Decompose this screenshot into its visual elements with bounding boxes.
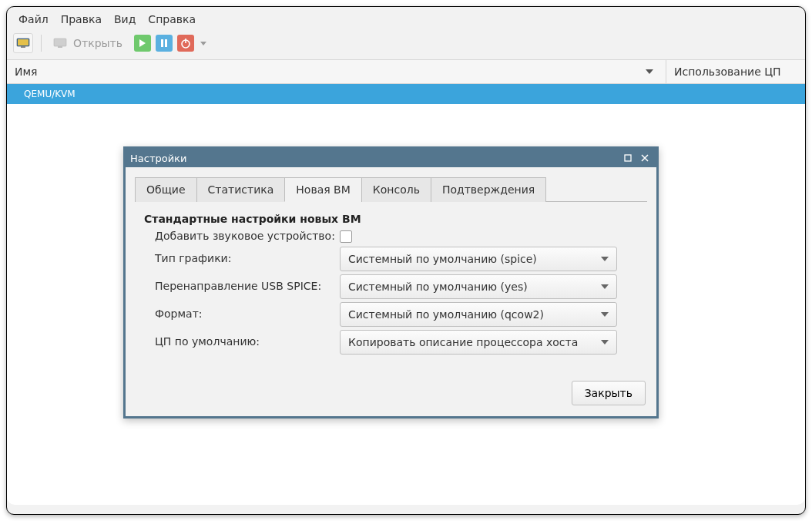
dialog-title: Настройки bbox=[130, 153, 186, 164]
tab-stats[interactable]: Статистика bbox=[196, 177, 286, 202]
run-button[interactable] bbox=[134, 35, 151, 52]
menu-file[interactable]: Файл bbox=[13, 12, 54, 27]
usb-value: Системный по умолчанию (yes) bbox=[348, 281, 528, 293]
dialog-close-button[interactable] bbox=[638, 151, 652, 165]
close-button[interactable]: Закрыть bbox=[572, 381, 646, 405]
section-title: Стандартные настройки новых ВМ bbox=[143, 213, 639, 225]
columns-header: Имя Использование ЦП bbox=[7, 59, 805, 84]
tab-general[interactable]: Общие bbox=[135, 177, 197, 202]
chevron-down-icon bbox=[601, 257, 609, 261]
svg-rect-1 bbox=[18, 39, 29, 45]
graphics-value: Системный по умолчанию (spice) bbox=[348, 253, 537, 265]
format-label: Формат: bbox=[155, 308, 340, 321]
chevron-down-icon bbox=[601, 284, 609, 289]
svg-rect-8 bbox=[185, 39, 186, 43]
svg-rect-2 bbox=[21, 46, 25, 48]
dialog-titlebar[interactable]: Настройки bbox=[126, 149, 656, 167]
graphics-label: Тип графики: bbox=[155, 252, 340, 266]
cpu-combo[interactable]: Копировать описание процессора хоста bbox=[340, 330, 617, 355]
column-cpu[interactable]: Использование ЦП bbox=[666, 60, 805, 83]
open-label: Открыть bbox=[73, 37, 122, 49]
power-icon bbox=[180, 38, 191, 49]
sort-indicator-icon bbox=[646, 69, 653, 74]
row-storage-format: Формат: Системный по умолчанию (qcow2) bbox=[143, 302, 639, 327]
tab-new-vm[interactable]: Новая ВМ bbox=[284, 177, 361, 202]
tab-console[interactable]: Консоль bbox=[361, 177, 431, 202]
svg-rect-3 bbox=[54, 39, 66, 46]
dialog-actions: Закрыть bbox=[126, 371, 656, 416]
usb-combo[interactable]: Системный по умолчанию (yes) bbox=[340, 274, 617, 299]
dialog-maximize-button[interactable] bbox=[621, 151, 635, 165]
chevron-down-icon bbox=[601, 312, 609, 317]
toolbar-separator bbox=[41, 35, 42, 52]
tab-confirmations[interactable]: Подтверждения bbox=[431, 177, 546, 202]
row-add-sound: Добавить звуковое устройство: bbox=[143, 230, 639, 244]
row-graphics: Тип графики: Системный по умолчанию (spi… bbox=[143, 247, 639, 271]
dialog-body: Общие Статистика Новая ВМ Консоль Подтве… bbox=[126, 167, 656, 371]
shutdown-button[interactable] bbox=[177, 35, 194, 52]
toolbar: Открыть bbox=[7, 30, 805, 59]
svg-rect-5 bbox=[161, 39, 163, 47]
menu-edit[interactable]: Правка bbox=[55, 12, 107, 27]
maximize-icon bbox=[624, 154, 632, 162]
monitor-icon bbox=[16, 38, 30, 49]
format-value: Системный по умолчанию (qcow2) bbox=[348, 308, 544, 321]
add-sound-checkbox[interactable] bbox=[340, 230, 352, 243]
cpu-label: ЦП по умолчанию: bbox=[155, 335, 340, 349]
menu-help[interactable]: Справка bbox=[143, 12, 201, 27]
svg-rect-6 bbox=[165, 39, 167, 47]
connection-row[interactable]: QEMU/KVM bbox=[7, 84, 805, 104]
pause-icon bbox=[160, 39, 168, 48]
shutdown-menu-arrow[interactable] bbox=[200, 42, 206, 45]
row-cpu-default: ЦП по умолчанию: Копировать описание про… bbox=[143, 330, 639, 355]
open-button[interactable]: Открыть bbox=[49, 33, 129, 53]
column-name-label: Имя bbox=[15, 66, 37, 78]
pause-button[interactable] bbox=[156, 35, 173, 52]
svg-rect-9 bbox=[625, 155, 631, 161]
play-icon bbox=[139, 39, 146, 48]
new-vm-button[interactable] bbox=[13, 33, 33, 53]
menu-view[interactable]: Вид bbox=[109, 12, 141, 27]
format-combo[interactable]: Системный по умолчанию (qcow2) bbox=[340, 302, 617, 327]
dialog-tabs: Общие Статистика Новая ВМ Консоль Подтве… bbox=[135, 176, 647, 202]
usb-label: Перенаправление USB SPICE: bbox=[155, 280, 340, 294]
close-icon bbox=[641, 154, 649, 162]
chevron-down-icon bbox=[601, 340, 609, 345]
row-usb-redir: Перенаправление USB SPICE: Системный по … bbox=[143, 274, 639, 299]
cpu-value: Копировать описание процессора хоста bbox=[348, 336, 578, 348]
monitor-gray-icon bbox=[53, 38, 67, 49]
svg-rect-4 bbox=[58, 46, 62, 48]
add-sound-label: Добавить звуковое устройство: bbox=[155, 230, 335, 244]
preferences-dialog: Настройки Общие Статистика Новая ВМ Конс… bbox=[123, 146, 659, 418]
graphics-combo[interactable]: Системный по умолчанию (spice) bbox=[340, 247, 617, 271]
tab-panel-new-vm: Стандартные настройки новых ВМ Добавить … bbox=[135, 202, 647, 362]
column-name[interactable]: Имя bbox=[7, 60, 666, 83]
menubar: Файл Правка Вид Справка bbox=[7, 7, 805, 30]
